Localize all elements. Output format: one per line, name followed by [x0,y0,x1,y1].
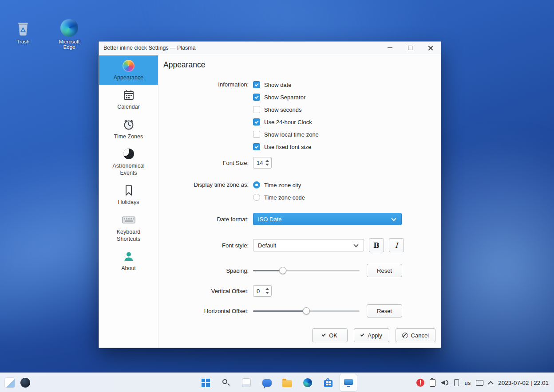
spacing-label: Spacing: [163,267,249,274]
radio-label: Time zone city [264,182,301,188]
desktop-icon-label: Trash [6,39,40,44]
language-indicator[interactable]: us [464,380,471,386]
edge-button[interactable] [299,374,317,392]
volume-icon[interactable] [441,379,449,386]
calendar-icon [122,88,135,102]
taskbar-clock[interactable]: 2023-07-02 | 22:01 [498,380,549,386]
use-24-hour-clock-checkbox[interactable] [253,118,260,125]
search-button[interactable] [217,374,235,392]
spin-up-icon[interactable] [265,160,269,162]
task-view-button[interactable] [237,374,255,392]
trash-desktop-icon[interactable]: Trash [6,19,40,44]
spacing-slider[interactable] [253,267,360,274]
information-checkbox-group: Show date Show Separator Show seconds [253,78,319,153]
clock-icon [122,118,135,131]
sidebar: Appearance Calendar Time Zones Astr [99,54,158,348]
check-icon [255,144,259,148]
checkbox-label: Show date [264,82,291,88]
use-fixed-font-size-checkbox[interactable] [253,143,260,150]
close-icon [428,45,433,51]
sidebar-item-holidays[interactable]: Holidays [99,180,158,209]
slider-handle[interactable] [303,307,310,314]
cancel-button[interactable]: Cancel [396,328,435,342]
minimize-button[interactable] [382,43,397,53]
slider-handle[interactable] [279,267,286,274]
italic-button[interactable]: I [389,238,404,252]
show-local-time-zone-checkbox[interactable] [253,131,260,138]
show-seconds-checkbox[interactable] [253,106,260,113]
ok-button[interactable]: OK [312,328,348,342]
vertical-offset-spinbox[interactable]: 0 [253,285,272,297]
display-time-zone-row: Display time zone as: Time zone city Tim… [163,179,435,204]
keyboard-icon [122,213,135,227]
notification-alert-icon[interactable] [416,379,424,387]
plasma-settings-task-button[interactable] [340,374,357,392]
display-network-icon[interactable] [476,380,483,386]
sidebar-item-keyboard-shortcuts[interactable]: Keyboard Shortcuts [99,210,158,247]
horizontal-offset-reset-button[interactable]: Reset [367,304,402,318]
widget-panel-icon[interactable] [4,377,15,388]
minimize-icon [388,47,392,48]
font-size-value: 14 [257,160,263,166]
spinbox-arrows [265,288,270,294]
horizontal-offset-slider[interactable] [253,307,360,314]
time-zone-city-radio[interactable] [253,181,260,188]
sidebar-item-appearance[interactable]: Appearance [99,55,158,85]
checkbox-label: Show local time zone [264,131,319,138]
date-format-select[interactable]: ISO Date [253,213,402,225]
italic-icon: I [395,241,398,250]
spin-down-icon[interactable] [265,164,269,166]
device-icon[interactable] [454,379,459,386]
sidebar-item-astronomical-events[interactable]: Astronomical Events [99,144,158,180]
clipboard-icon[interactable] [430,379,435,387]
time-zone-radio-group: Time zone city Time zone code [253,179,305,204]
font-style-select[interactable]: Default [253,239,364,251]
edge-desktop-icon[interactable]: Microsoft Edge [52,19,86,50]
desktop: Trash Microsoft Edge Better inline clock… [0,0,554,392]
start-button[interactable] [197,374,214,392]
sidebar-item-label: Appearance [114,74,143,81]
spin-up-icon[interactable] [265,288,269,290]
check-icon [255,94,259,98]
show-separator-checkbox[interactable] [253,94,260,101]
font-style-label: Font style: [163,242,249,249]
maximize-button[interactable] [403,43,418,53]
font-size-spinbox[interactable]: 14 [253,157,272,169]
checkbox-row: Show date [253,78,319,91]
appearance-form: Information: Show date Show Separator [163,78,435,318]
show-date-checkbox[interactable] [253,81,260,88]
sidebar-item-calendar[interactable]: Calendar [99,85,158,114]
dark-globe-icon[interactable] [20,378,30,388]
reset-label: Reset [377,308,392,314]
radio-row: Time zone city [253,179,305,191]
radio-label: Time zone code [264,194,305,201]
taskbar-left-corner [4,373,30,392]
sidebar-item-about[interactable]: About [99,246,158,275]
apply-label: Apply [368,332,382,339]
dialog-button-row: OK Apply Cancel [312,328,435,342]
close-button[interactable] [423,43,438,53]
chat-button[interactable] [258,374,276,392]
chevron-down-icon [391,216,396,221]
time-zone-code-radio[interactable] [253,194,260,201]
check-icon [322,333,326,337]
checkbox-row: Show Separator [253,91,319,103]
spacing-reset-button[interactable]: Reset [367,264,402,277]
ok-label: OK [329,332,337,339]
search-icon [222,379,230,387]
store-button[interactable] [319,374,337,392]
bold-button[interactable]: B [369,238,384,252]
checkbox-row: Show local time zone [253,128,319,141]
titlebar[interactable]: Better inline clock Settings — Plasma [99,42,441,54]
checkbox-label: Use fixed font size [264,144,311,150]
sidebar-item-time-zones[interactable]: Time Zones [99,114,158,144]
date-format-row: Date format: ISO Date [163,213,435,225]
chat-bubble-icon [262,379,272,387]
file-explorer-button[interactable] [278,374,296,392]
spin-down-icon[interactable] [265,292,269,294]
check-icon [255,119,259,123]
apply-button[interactable]: Apply [354,328,389,342]
maximize-icon [408,46,412,50]
person-icon [122,250,135,263]
tray-expand-chevron-icon[interactable] [488,381,494,387]
